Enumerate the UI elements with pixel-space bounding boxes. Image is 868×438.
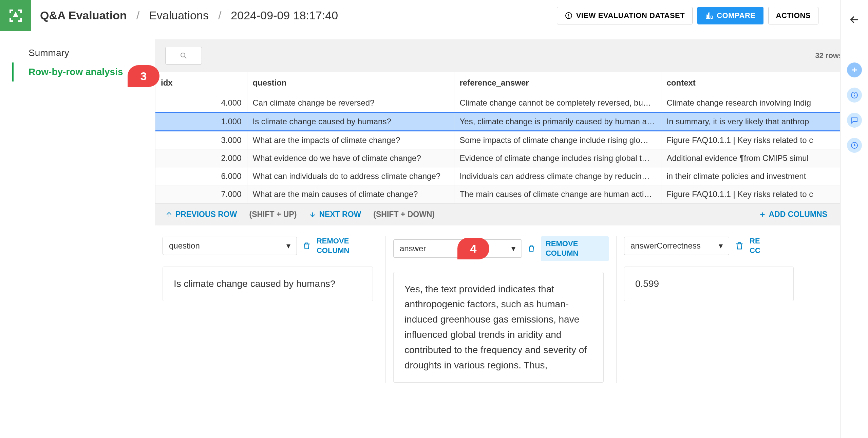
search-icon — [180, 52, 188, 60]
cell-idx: 2.000 — [155, 149, 247, 167]
detail-column: answer▾ REMOVE COLUMN Yes, the text prov… — [386, 236, 617, 383]
prev-row-button[interactable]: PREVIOUS ROW — [165, 210, 237, 219]
col-question[interactable]: question — [247, 72, 454, 94]
svg-rect-3 — [706, 15, 707, 18]
chevron-down-icon: ▾ — [511, 244, 515, 253]
rail-history-button[interactable] — [847, 138, 862, 153]
column-body: Is climate change caused by humans? — [163, 267, 373, 302]
svg-point-2 — [568, 17, 569, 17]
arrow-down-icon — [309, 211, 316, 218]
table-row[interactable]: 7.000 What are the main causes of climat… — [155, 185, 859, 203]
bc-ts[interactable]: 2024-09-09 18:17:40 — [231, 9, 338, 22]
bc-root[interactable]: Q&A Evaluation — [40, 9, 127, 22]
back-arrow-icon[interactable] — [848, 14, 861, 26]
view-dataset-button[interactable]: VIEW EVALUATION DATASET — [557, 7, 693, 24]
cell-context: Climate change research involving Indig — [661, 94, 859, 112]
svg-rect-4 — [709, 13, 710, 18]
cell-reference-answer: Individuals can address climate change b… — [454, 167, 661, 185]
svg-marker-0 — [13, 12, 18, 17]
column-select[interactable]: answerCorrectness▾ — [624, 237, 729, 255]
prev-hint: (SHIFT + UP) — [249, 210, 297, 219]
cell-question: Is climate change caused by humans? — [247, 112, 454, 131]
table-row[interactable]: 3.000 What are the impacts of climate ch… — [155, 131, 859, 149]
cell-context: Figure FAQ10.1.1 | Key risks related to … — [661, 131, 859, 149]
search-input[interactable] — [165, 47, 202, 65]
callout-badge-3: 3 — [128, 65, 159, 87]
plus-icon — [759, 211, 766, 218]
cell-question: What evidence do we have of climate chan… — [247, 149, 454, 167]
svg-point-6 — [181, 53, 185, 57]
table-row[interactable]: 4.000 Can climate change be reversed? Cl… — [155, 94, 859, 112]
remove-column-button[interactable]: REMOVE COLUMN — [317, 236, 378, 256]
trash-icon[interactable] — [302, 241, 311, 251]
actions-button[interactable]: ACTIONS — [768, 7, 819, 24]
col-idx[interactable]: idx — [155, 72, 247, 94]
sidebar-summary[interactable]: Summary — [14, 43, 146, 62]
callout-badge-4: 4 — [457, 238, 489, 259]
clock-icon — [850, 141, 858, 149]
rail-chat-button[interactable] — [847, 113, 862, 128]
detail-column: answerCorrectness▾ RECC 0.599 — [617, 236, 807, 383]
next-row-button[interactable]: NEXT ROW — [309, 210, 361, 219]
cell-context: in their climate policies and investment — [661, 167, 859, 185]
cell-reference-answer: Yes, climate change is primarily caused … — [454, 112, 661, 131]
rail-info-button[interactable] — [847, 88, 862, 103]
cell-context: Figure FAQ10.1.1 | Key risks related to … — [661, 185, 859, 203]
remove-column-button[interactable]: REMOVE COLUMN — [541, 236, 609, 261]
svg-point-9 — [854, 94, 854, 94]
table-row[interactable]: 1.000 Is climate change caused by humans… — [155, 112, 859, 131]
detail-column: question▾ REMOVE COLUMN Is climate chang… — [155, 236, 386, 383]
cell-reference-answer: Some impacts of climate change include r… — [454, 131, 661, 149]
next-hint: (SHIFT + DOWN) — [373, 210, 435, 219]
chevron-down-icon: ▾ — [286, 241, 290, 251]
plus-icon — [850, 66, 858, 74]
cell-context: In summary, it is very likely that anthr… — [661, 112, 859, 131]
cell-question: Can climate change be reversed? — [247, 94, 454, 112]
trash-icon[interactable] — [735, 241, 744, 251]
bc-mid[interactable]: Evaluations — [149, 9, 209, 22]
data-table: idx question reference_answer context 4.… — [155, 72, 859, 204]
cell-idx: 1.000 — [155, 112, 247, 131]
column-select[interactable]: question▾ — [163, 237, 297, 255]
col-context[interactable]: context — [661, 72, 859, 94]
cell-idx: 4.000 — [155, 94, 247, 112]
remove-column-button[interactable]: RECC — [750, 236, 760, 256]
rail-add-button[interactable] — [847, 62, 862, 77]
breadcrumb: Q&A Evaluation / Evaluations / 2024-09-0… — [40, 9, 557, 22]
table-row[interactable]: 6.000 What can individuals do to address… — [155, 167, 859, 185]
cell-context: Additional evidence ¶from CMIP5 simul — [661, 149, 859, 167]
app-logo[interactable] — [0, 0, 31, 31]
cell-question: What are the impacts of climate change? — [247, 131, 454, 149]
row-count: 32 rows — [815, 51, 843, 60]
table-row[interactable]: 2.000 What evidence do we have of climat… — [155, 149, 859, 167]
chat-icon — [850, 116, 858, 124]
col-reference-answer[interactable]: reference_answer — [454, 72, 661, 94]
compare-button[interactable]: COMPARE — [697, 7, 763, 24]
trash-icon[interactable] — [527, 244, 535, 253]
cell-reference-answer: Evidence of climate change includes risi… — [454, 149, 661, 167]
cell-reference-answer: Climate change cannot be completely reve… — [454, 94, 661, 112]
column-body: Yes, the text provided indicates that an… — [393, 272, 604, 383]
info-icon — [850, 91, 858, 99]
arrow-up-icon — [165, 211, 173, 218]
cell-reference-answer: The main causes of climate change are hu… — [454, 185, 661, 203]
chevron-down-icon: ▾ — [719, 241, 723, 251]
cell-question: What can individuals do to address clima… — [247, 167, 454, 185]
cell-idx: 6.000 — [155, 167, 247, 185]
svg-rect-5 — [711, 16, 712, 18]
cell-question: What are the main causes of climate chan… — [247, 185, 454, 203]
column-body: 0.599 — [624, 267, 794, 302]
svg-line-7 — [185, 57, 186, 58]
add-columns-button[interactable]: ADD COLUMNS — [759, 210, 828, 219]
cell-idx: 7.000 — [155, 185, 247, 203]
cell-idx: 3.000 — [155, 131, 247, 149]
